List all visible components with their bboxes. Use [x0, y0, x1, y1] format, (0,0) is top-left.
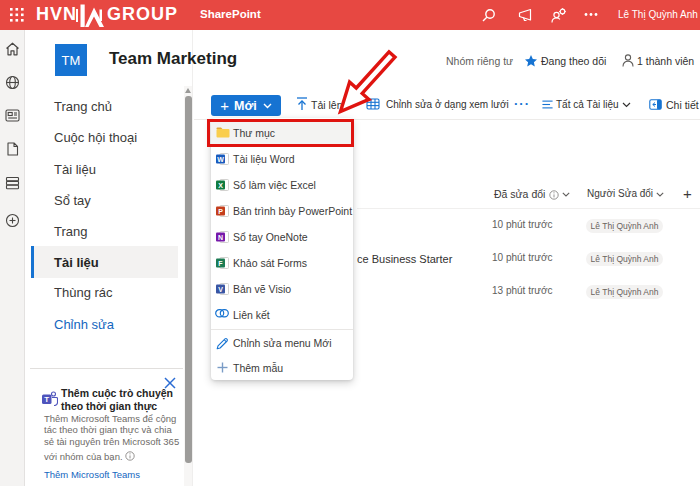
svg-text:V: V	[218, 286, 223, 293]
svg-text:X: X	[218, 182, 223, 189]
svg-text:N: N	[218, 234, 223, 241]
svg-text:F: F	[218, 260, 223, 267]
svg-text:T: T	[44, 395, 49, 404]
svg-text:W: W	[217, 156, 224, 163]
svg-text:P: P	[218, 208, 223, 215]
